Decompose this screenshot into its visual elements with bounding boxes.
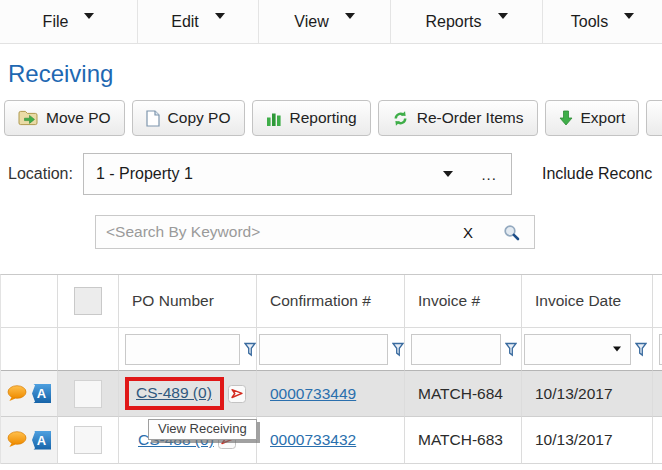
menu-edit-label: Edit	[171, 13, 199, 31]
chevron-down-icon	[84, 13, 94, 19]
export-down-arrow-icon	[559, 110, 573, 126]
partial-button[interactable]	[646, 100, 662, 136]
location-value: 1 - Property 1	[84, 165, 193, 183]
header-confirmation[interactable]: Confirmation #	[257, 275, 405, 328]
po-number-cell: CS-489 (0)	[119, 371, 257, 417]
move-po-button[interactable]: Move PO	[4, 100, 125, 136]
page-title: Receiving	[8, 60, 662, 88]
receiving-table: PO Number Confirmation # Invoice # Invoi…	[0, 274, 662, 464]
menu-edit[interactable]: Edit	[138, 0, 259, 43]
filter-confirmation-cell	[257, 328, 405, 371]
export-button[interactable]: Export	[545, 100, 640, 136]
row-icons-cell: A	[1, 371, 58, 417]
filter-invoice-cell	[405, 328, 522, 371]
confirmation-link[interactable]: 0000733449	[270, 385, 356, 403]
header-invoice[interactable]: Invoice #	[405, 275, 522, 328]
location-label: Location:	[8, 165, 73, 183]
row-sliver-cell	[653, 417, 662, 464]
reporting-button[interactable]: Reporting	[252, 100, 371, 136]
comment-icon[interactable]	[7, 431, 27, 449]
chevron-down-icon	[215, 13, 225, 19]
invoice-filter-input[interactable]	[411, 334, 501, 365]
header-next-column-sliver	[653, 275, 662, 328]
invoice-date-cell: 10/13/2017	[522, 371, 653, 417]
dropdown-arrow-icon[interactable]	[443, 171, 453, 177]
bar-chart-icon	[266, 111, 282, 126]
invoice-date-filter-input[interactable]	[524, 334, 631, 365]
approved-a-icon[interactable]: A	[32, 384, 51, 403]
move-po-label: Move PO	[46, 109, 111, 127]
location-more-button[interactable]: ...	[481, 166, 497, 183]
location-row: Location: 1 - Property 1 ... Include Rec…	[8, 153, 662, 195]
dropdown-arrow-icon[interactable]	[613, 347, 621, 352]
export-label: Export	[581, 109, 626, 127]
row-checkbox[interactable]	[74, 426, 102, 454]
confirmation-cell: 0000733432	[257, 417, 405, 464]
menu-reports[interactable]: Reports	[391, 0, 543, 43]
filter-funnel-icon[interactable]	[244, 342, 256, 357]
select-all-checkbox[interactable]	[74, 287, 102, 315]
location-select[interactable]: 1 - Property 1 ...	[83, 153, 512, 195]
menu-view-label: View	[294, 13, 328, 31]
confirmation-cell: 0000733449	[257, 371, 405, 417]
filter-funnel-icon[interactable]	[392, 342, 404, 357]
reporting-label: Reporting	[290, 109, 357, 127]
reorder-refresh-icon	[392, 110, 409, 127]
pdf-icon[interactable]	[228, 385, 246, 403]
search-clear-button[interactable]: X	[463, 224, 473, 241]
row-checkbox-cell	[58, 417, 119, 464]
row-icons-cell: A	[1, 417, 58, 464]
reorder-items-button[interactable]: Re-Order Items	[378, 100, 538, 136]
header-po-number[interactable]: PO Number	[119, 275, 257, 328]
header-invoice-date[interactable]: Invoice Date	[522, 275, 653, 328]
row-checkbox-cell	[58, 371, 119, 417]
filter-icons-cell	[1, 328, 58, 371]
comment-icon[interactable]	[7, 385, 27, 403]
menu-bar: File Edit View Reports Tools	[0, 0, 662, 44]
filter-po-cell	[119, 328, 257, 371]
confirmation-filter-input[interactable]	[259, 334, 388, 365]
chevron-down-icon	[498, 13, 508, 19]
menu-file[interactable]: File	[0, 0, 138, 43]
chevron-down-icon	[345, 13, 355, 19]
include-reconciled-label[interactable]: Include Reconc	[542, 165, 652, 183]
toolbar: Move PO Copy PO Reporting Re-Order Items…	[4, 100, 662, 136]
copy-po-button[interactable]: Copy PO	[132, 100, 245, 136]
filter-checkbox-cell	[58, 328, 119, 371]
po-filter-input[interactable]	[125, 334, 240, 365]
invoice-date-cell: 10/13/2017	[522, 417, 653, 464]
menu-tools-label: Tools	[571, 13, 608, 31]
menu-view[interactable]: View	[259, 0, 391, 43]
filter-funnel-icon[interactable]	[635, 342, 647, 357]
search-row: <Search By Keyword> X	[95, 215, 662, 249]
filter-sliver-cell	[653, 328, 662, 371]
filter-funnel-icon[interactable]	[505, 342, 517, 357]
filter-invoice-date-cell	[522, 328, 653, 371]
menu-file-label: File	[43, 13, 69, 31]
invoice-cell: MATCH-684	[405, 371, 522, 417]
row-sliver-cell	[653, 371, 662, 417]
row-checkbox[interactable]	[74, 380, 102, 408]
chevron-down-icon	[624, 13, 634, 19]
approved-a-icon[interactable]: A	[32, 431, 51, 450]
menu-tools[interactable]: Tools	[543, 0, 662, 43]
invoice-cell: MATCH-683	[405, 417, 522, 464]
search-placeholder: <Search By Keyword>	[96, 223, 260, 241]
select-all-cell	[58, 275, 119, 328]
search-input[interactable]: <Search By Keyword> X	[95, 215, 535, 249]
po-link[interactable]: CS-489 (0)	[136, 384, 212, 402]
copy-page-icon	[146, 110, 160, 127]
header-icons-column	[1, 275, 58, 328]
confirmation-link[interactable]: 0000733432	[270, 431, 356, 449]
menu-reports-label: Reports	[425, 13, 481, 31]
search-icon[interactable]	[503, 224, 520, 241]
view-receiving-tooltip: View Receiving	[148, 419, 257, 440]
annotation-red-box: CS-489 (0)	[125, 377, 224, 410]
copy-po-label: Copy PO	[168, 109, 231, 127]
move-po-folder-icon	[18, 110, 38, 126]
reorder-items-label: Re-Order Items	[417, 109, 524, 127]
